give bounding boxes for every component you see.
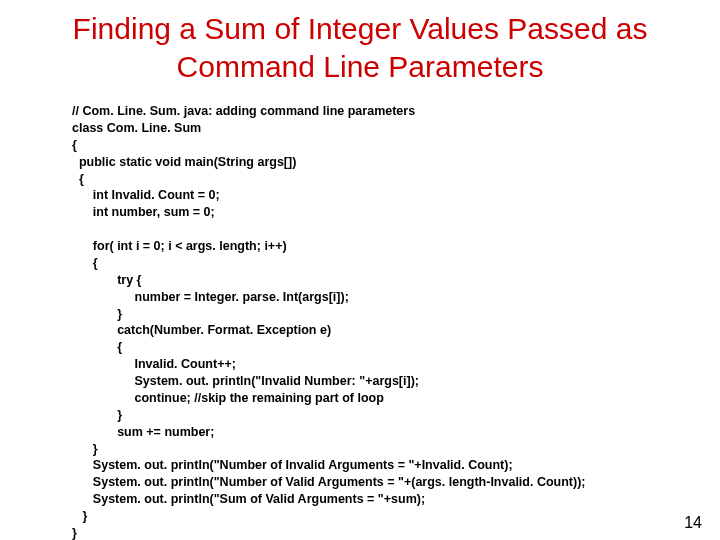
slide-title: Finding a Sum of Integer Values Passed a… [0,0,720,85]
slide: Finding a Sum of Integer Values Passed a… [0,0,720,540]
code-block: // Com. Line. Sum. java: adding command … [72,103,720,540]
page-number: 14 [684,514,702,532]
